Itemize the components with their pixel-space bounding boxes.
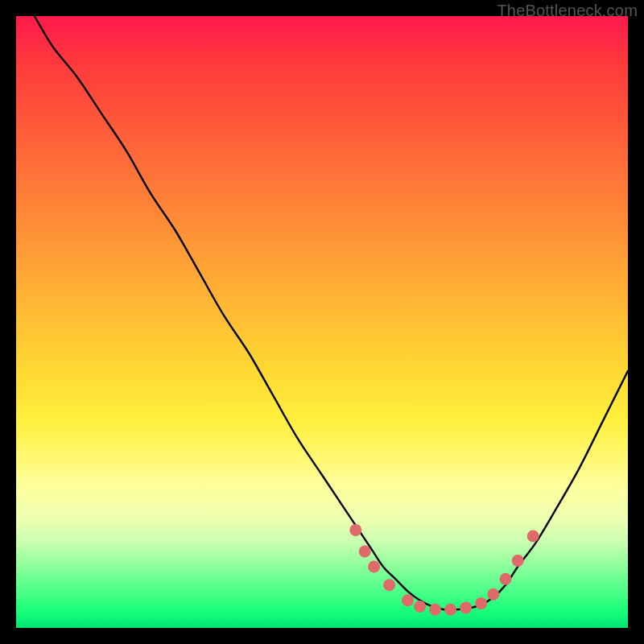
data-point bbox=[460, 601, 472, 613]
bottom-noise bbox=[18, 621, 626, 628]
chart-area bbox=[16, 16, 628, 628]
data-point bbox=[527, 530, 539, 543]
data-point bbox=[500, 573, 512, 585]
data-point bbox=[429, 604, 441, 616]
data-point bbox=[368, 561, 380, 573]
bottleneck-curve bbox=[16, 16, 628, 628]
data-point bbox=[414, 601, 426, 613]
data-point bbox=[383, 579, 395, 591]
curve-path bbox=[16, 0, 628, 610]
curve-dots bbox=[349, 524, 539, 616]
data-point bbox=[349, 524, 361, 536]
data-point bbox=[444, 604, 456, 616]
watermark-text: TheBottleneck.com bbox=[497, 2, 638, 20]
data-point bbox=[359, 546, 371, 558]
data-point bbox=[402, 594, 414, 606]
data-point bbox=[487, 588, 499, 601]
data-point bbox=[475, 597, 487, 609]
data-point bbox=[512, 555, 524, 567]
